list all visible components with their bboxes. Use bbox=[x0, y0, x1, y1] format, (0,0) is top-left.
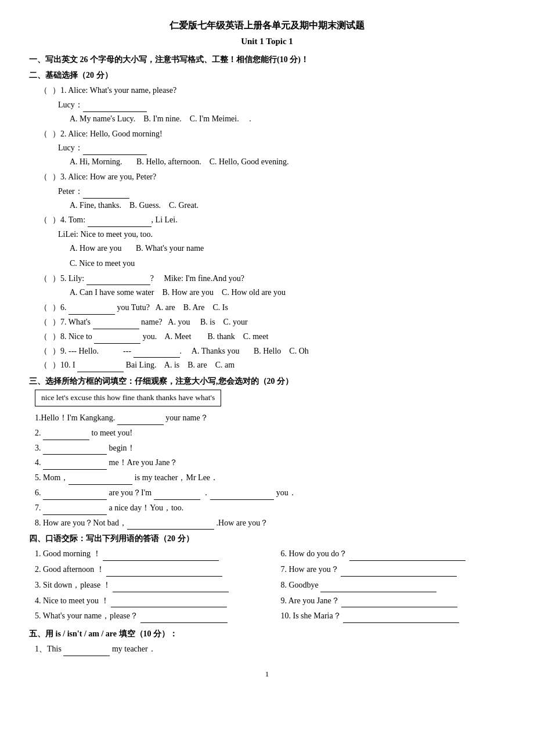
paren-close-7: ）7. What's name? A. you B. is C. your bbox=[52, 315, 248, 329]
paren-7: （ bbox=[35, 315, 52, 329]
paren-close-2: ）2. Alice: Hello, Good morning! bbox=[52, 127, 163, 141]
s4-blank-3[interactable] bbox=[113, 584, 229, 592]
sub-title: Unit 1 Topic 1 bbox=[29, 34, 505, 49]
list-item: 5. Mom， is my teacher，Mr Lee． bbox=[35, 471, 505, 485]
blank-7[interactable] bbox=[93, 321, 139, 329]
fill-blank-6c[interactable] bbox=[210, 492, 274, 500]
s4-blank-9[interactable] bbox=[341, 599, 457, 607]
s4-blank-2[interactable] bbox=[106, 568, 222, 577]
q5-options: A. Can I have some water B. How are you … bbox=[70, 286, 505, 300]
word-box-container: nice let's excuse this how fine thank th… bbox=[35, 390, 505, 409]
fill-blank-1[interactable] bbox=[117, 417, 164, 425]
list-item: 1. Good morning ！ bbox=[35, 547, 279, 561]
list-item: 2. to meet you! bbox=[35, 426, 505, 440]
list-item: 3. Sit down，please ！ bbox=[35, 578, 279, 592]
paren-close-6: ）6. you Tutu? A. are B. Are C. Is bbox=[52, 301, 228, 315]
paren-10: （ bbox=[35, 358, 52, 372]
paren-close-3: ）3. Alice: How are you, Peter? bbox=[52, 170, 156, 184]
q4-prompt: LiLei: Nice to meet you, too. bbox=[58, 228, 505, 242]
fill-blank-6a[interactable] bbox=[43, 492, 107, 500]
section3-header: 三、选择所给方框的词填空：仔细观察，注意大小写,您会选对的（20 分） bbox=[29, 375, 505, 388]
section4-content: 1. Good morning ！ 2. Good afternoon ！ 3.… bbox=[35, 547, 505, 625]
paren-close-9: ）9. --- Hello. --- . A. Thanks you B. He… bbox=[52, 344, 309, 358]
s4-blank-4[interactable] bbox=[111, 599, 227, 607]
blank-5[interactable] bbox=[86, 277, 150, 285]
fill-blank-2[interactable] bbox=[43, 432, 89, 440]
paren-5: （ bbox=[35, 272, 52, 286]
table-row: （ ）1. Alice: What's your name, please? bbox=[35, 84, 505, 98]
list-item: 7. a nice day！You，too. bbox=[35, 501, 505, 515]
list-item: 10. Is she Maria？ bbox=[281, 609, 501, 623]
section4-left: 1. Good morning ！ 2. Good afternoon ！ 3.… bbox=[35, 547, 279, 625]
q2-options: A. Hi, Morning. B. Hello, afternoon. C. … bbox=[70, 155, 505, 169]
section2-header: 二、基础选择（20 分） bbox=[29, 69, 505, 82]
blank-6[interactable] bbox=[68, 307, 115, 315]
paren-close-5: ）5. Lily: ? Mike: I'm fine.And you? bbox=[52, 272, 244, 286]
table-row: （ ）2. Alice: Hello, Good morning! bbox=[35, 127, 505, 141]
q2-prompt: Lucy： bbox=[58, 141, 505, 155]
paren-4: （ bbox=[35, 213, 52, 227]
list-item: 4. me！Are you Jane？ bbox=[35, 456, 505, 470]
blank-2[interactable] bbox=[83, 147, 147, 155]
fill-blank-7[interactable] bbox=[43, 507, 107, 515]
blank-9[interactable] bbox=[134, 350, 180, 358]
fill-blank-4[interactable] bbox=[43, 462, 107, 470]
list-item: 8. How are you？Not bad， .How are you？ bbox=[35, 516, 505, 530]
list-item: 6. are you？I'm ． you． bbox=[35, 486, 505, 500]
q3-prompt: Peter： bbox=[58, 185, 505, 199]
paren-close-1: ）1. Alice: What's your name, please? bbox=[52, 84, 176, 98]
paren-close-4: ）4. Tom: , Li Lei. bbox=[52, 213, 178, 227]
list-item: 2. Good afternoon ！ bbox=[35, 563, 279, 577]
blank-3[interactable] bbox=[83, 190, 129, 199]
q1-options: A. My name's Lucy. B. I'm nine. C. I'm M… bbox=[70, 112, 505, 126]
q4-options-a: A. How are you B. What's your name bbox=[70, 242, 505, 255]
paren-2: （ bbox=[35, 127, 52, 141]
fill-blank-6b[interactable] bbox=[154, 492, 200, 500]
paren-close-8: ）8. Nice to you. A. Meet B. thank C. mee… bbox=[52, 330, 268, 344]
q3-options: A. Fine, thanks. B. Guess. C. Great. bbox=[70, 199, 505, 213]
s5-blank-1[interactable] bbox=[63, 648, 110, 656]
fill-blank-3[interactable] bbox=[43, 447, 107, 455]
table-row: （ ）3. Alice: How are you, Peter? bbox=[35, 170, 505, 184]
paren-9: （ bbox=[35, 344, 52, 358]
section4-header: 四、口语交际：写出下列用语的答语（20 分） bbox=[29, 532, 505, 546]
paren-8: （ bbox=[35, 330, 52, 344]
blank-1[interactable] bbox=[83, 104, 147, 112]
paren-close-10: ）10. I Bai Ling. A. is B. are C. am bbox=[52, 358, 234, 372]
s4-blank-5[interactable] bbox=[140, 615, 228, 623]
paren-1: （ bbox=[35, 84, 52, 98]
s4-blank-8[interactable] bbox=[320, 584, 436, 592]
paren-3: （ bbox=[35, 170, 52, 184]
section5-fills: 1、This my teacher． bbox=[29, 642, 505, 656]
list-item: 9. Are you Jane？ bbox=[281, 594, 501, 608]
s4-blank-10[interactable] bbox=[343, 615, 459, 623]
word-box: nice let's excuse this how fine thank th… bbox=[35, 390, 221, 406]
table-row: （ ）6. you Tutu? A. are B. Are C. Is bbox=[35, 301, 505, 315]
s4-blank-6[interactable] bbox=[349, 553, 466, 561]
table-row: （ ）5. Lily: ? Mike: I'm fine.And you? bbox=[35, 272, 505, 286]
blank-10[interactable] bbox=[77, 364, 124, 372]
s4-blank-7[interactable] bbox=[341, 568, 457, 577]
main-title: 仁爱版七年级英语上册各单元及期中期末测试题 bbox=[29, 17, 505, 33]
list-item: 1、This my teacher． bbox=[35, 642, 505, 656]
section3-fills: 1.Hello！I'm Kangkang. your name？ 2. to m… bbox=[29, 411, 505, 530]
list-item: 1.Hello！I'm Kangkang. your name？ bbox=[35, 411, 505, 425]
section1-header: 一、写出英文 26 个字母的大小写，注意书写格式、工整！相信您能行(10 分)！ bbox=[29, 53, 505, 67]
list-item: 4. Nice to meet you ！ bbox=[35, 594, 279, 608]
list-item: 8. Goodbye bbox=[281, 578, 501, 592]
q4-options-b: C. Nice to meet you bbox=[70, 257, 505, 271]
fill-blank-8[interactable] bbox=[127, 521, 214, 530]
table-row: （ ）4. Tom: , Li Lei. bbox=[35, 213, 505, 227]
page-number: 1 bbox=[29, 668, 505, 681]
fill-blank-5[interactable] bbox=[68, 477, 132, 485]
q1-prompt: Lucy： bbox=[58, 98, 505, 112]
list-item: 6. How do you do？ bbox=[281, 547, 501, 561]
s4-blank-1[interactable] bbox=[103, 553, 219, 561]
table-row: （ ）9. --- Hello. --- . A. Thanks you B. … bbox=[35, 344, 505, 358]
section4-right: 6. How do you do？ 7. How are you？ 8. Goo… bbox=[281, 547, 501, 625]
list-item: 3. begin！ bbox=[35, 441, 505, 455]
table-row: （ ）10. I Bai Ling. A. is B. are C. am bbox=[35, 358, 505, 372]
blank-8[interactable] bbox=[94, 336, 140, 344]
section5-header: 五、用 is / isn't / am / are 填空（10 分）： bbox=[29, 627, 505, 641]
blank-4[interactable] bbox=[88, 219, 151, 227]
